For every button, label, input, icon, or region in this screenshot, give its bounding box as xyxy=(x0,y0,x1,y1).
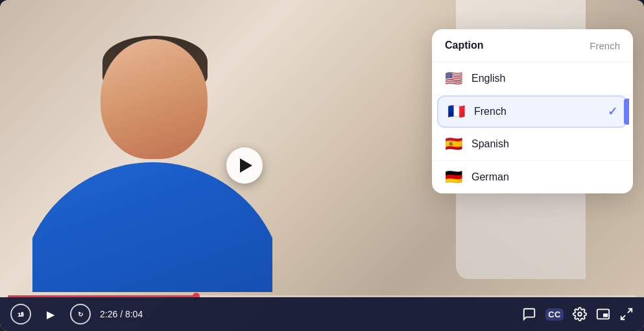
play-button-overlay[interactable] xyxy=(226,147,263,184)
svg-rect-2 xyxy=(603,313,608,317)
time-total: 8:04 xyxy=(125,309,143,319)
time-current: 2:26 xyxy=(100,309,117,319)
lang-item-german[interactable]: 🇩🇪 German xyxy=(432,161,633,193)
cc-button[interactable]: CC xyxy=(545,308,564,321)
selected-checkmark: ✓ xyxy=(608,104,617,119)
play-control-button[interactable]: ▶ xyxy=(40,304,61,325)
time-separator: / xyxy=(117,309,125,319)
time-display: 2:26 / 8:04 xyxy=(100,309,143,319)
caption-panel-title: Caption xyxy=(445,40,484,51)
flag-german: 🇩🇪 xyxy=(445,170,462,184)
person-head xyxy=(101,39,208,159)
caption-current-lang: French xyxy=(590,40,620,51)
play-control-icon: ▶ xyxy=(47,308,54,321)
lang-item-french[interactable]: 🇫🇷 French ✓ xyxy=(437,95,628,128)
flag-english: 🇺🇸 xyxy=(445,71,462,86)
svg-point-0 xyxy=(578,312,582,316)
fullscreen-button[interactable] xyxy=(619,307,634,321)
chat-button[interactable] xyxy=(522,307,536,321)
settings-button[interactable] xyxy=(573,307,587,321)
forward-button[interactable]: ↻ xyxy=(70,304,91,325)
settings-icon xyxy=(573,307,587,321)
selected-tab-indicator xyxy=(624,99,629,125)
rewind-button[interactable]: ↺ 10 xyxy=(10,304,31,325)
caption-panel: Caption French 🇺🇸 English 🇫🇷 French ✓ 🇪🇸… xyxy=(432,29,633,193)
lang-name-french: French xyxy=(474,106,599,117)
lang-name-english: English xyxy=(471,73,620,84)
video-player: ↺ 10 ▶ ↻ 2:26 / 8:04 CC xyxy=(0,0,644,331)
fullscreen-icon xyxy=(619,307,634,321)
forward-icon: ↻ xyxy=(78,311,83,318)
controls-bar: ↺ 10 ▶ ↻ 2:26 / 8:04 CC xyxy=(0,297,644,331)
caption-header: Caption French xyxy=(432,29,633,62)
svg-line-4 xyxy=(621,315,625,319)
chat-icon xyxy=(522,307,536,321)
lang-item-spanish[interactable]: 🇪🇸 Spanish xyxy=(432,128,633,161)
play-icon xyxy=(240,158,252,173)
svg-line-3 xyxy=(628,309,632,313)
flag-french: 🇫🇷 xyxy=(447,104,465,119)
flag-spanish: 🇪🇸 xyxy=(445,137,462,151)
lang-item-english[interactable]: 🇺🇸 English xyxy=(432,62,633,95)
pip-icon xyxy=(596,307,610,321)
pip-button[interactable] xyxy=(596,307,610,321)
lang-name-german: German xyxy=(471,171,620,183)
lang-name-spanish: Spanish xyxy=(471,138,620,150)
cc-label: CC xyxy=(548,310,561,319)
rewind-label: 10 xyxy=(18,312,24,318)
